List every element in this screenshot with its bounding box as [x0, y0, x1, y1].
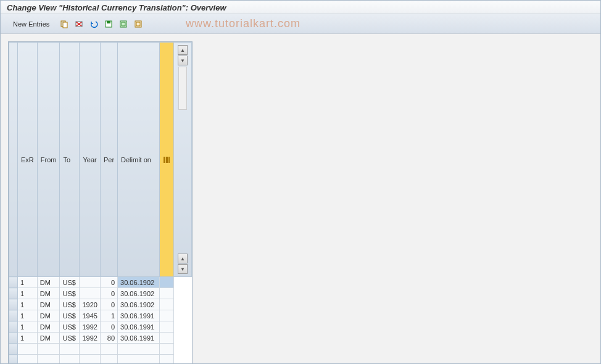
header-to[interactable]: To	[60, 43, 80, 277]
scroll-track[interactable]	[178, 67, 187, 110]
delete-icon[interactable]	[73, 18, 85, 30]
cell-year[interactable]	[80, 277, 100, 288]
row-selector[interactable]	[9, 310, 18, 321]
cell-from[interactable]: DM	[37, 277, 60, 288]
row-selector[interactable]	[9, 321, 18, 333]
svg-rect-10	[136, 22, 140, 26]
select-all-header[interactable]	[9, 43, 18, 277]
table-row[interactable]: 1 DM US$ 1992 80 30.06.1991	[9, 333, 192, 344]
cell-to[interactable]: US$	[60, 299, 80, 310]
table-container: ExR From To Year Per Delimit on ▲ ▼ ▲	[8, 41, 193, 364]
undo-icon[interactable]	[88, 18, 100, 30]
row-selector[interactable]	[9, 277, 18, 288]
cell-from[interactable]: DM	[37, 288, 60, 299]
row-selector[interactable]	[9, 299, 18, 310]
cell-per[interactable]: 1	[100, 310, 117, 321]
cell-exr[interactable]: 1	[18, 299, 38, 310]
content-area: ExR From To Year Per Delimit on ▲ ▼ ▲	[1, 34, 600, 364]
scroll-up-button[interactable]: ▲	[178, 45, 188, 55]
cell-delimit[interactable]: 30.06.1991	[118, 321, 160, 333]
cell-to[interactable]: US$	[60, 310, 80, 321]
cell-per[interactable]	[100, 355, 117, 365]
table-row[interactable]: 1 DM US$ 1992 0 30.06.1991	[9, 321, 192, 333]
cell-spacer	[160, 299, 174, 310]
cell-from[interactable]	[37, 355, 60, 365]
select-all-icon[interactable]	[117, 18, 130, 30]
cell-spacer	[160, 321, 174, 333]
cell-delimit[interactable]	[118, 344, 160, 355]
save-icon[interactable]	[102, 18, 115, 30]
scroll-down-button[interactable]: ▼	[178, 56, 188, 65]
table-row[interactable]: 1 DM US$ 0 30.06.1902	[9, 288, 192, 299]
new-entries-button[interactable]: New Entries	[7, 19, 56, 30]
row-selector[interactable]	[9, 288, 18, 299]
table-row[interactable]: 1 DM US$ 1945 1 30.06.1991	[9, 310, 192, 321]
cell-to[interactable]: US$	[60, 333, 80, 344]
cell-delimit[interactable]: 30.06.1902	[118, 288, 160, 299]
cell-exr[interactable]: 1	[18, 288, 38, 299]
watermark-text: www.tutorialkart.com	[186, 17, 300, 30]
table-row-empty[interactable]	[9, 344, 192, 355]
cell-exr[interactable]: 1	[18, 333, 38, 344]
cell-from[interactable]: DM	[37, 321, 60, 333]
header-delimit[interactable]: Delimit on	[118, 43, 160, 277]
copy-icon[interactable]	[58, 18, 70, 30]
table-header-row: ExR From To Year Per Delimit on ▲ ▼ ▲	[9, 43, 192, 277]
svg-rect-1	[63, 22, 67, 28]
header-per[interactable]: Per	[100, 43, 117, 277]
cell-from[interactable]: DM	[37, 333, 60, 344]
cell-delimit[interactable]: 30.06.1991	[118, 310, 160, 321]
cell-delimit[interactable]: 30.06.1902	[118, 277, 160, 288]
scroll-down-end-button[interactable]: ▼	[178, 264, 188, 274]
svg-rect-8	[122, 22, 125, 26]
cell-year[interactable]	[80, 355, 100, 365]
scroll-up-end-button[interactable]: ▲	[178, 254, 188, 263]
cell-from[interactable]: DM	[37, 310, 60, 321]
cell-delimit[interactable]	[118, 355, 160, 365]
table-row[interactable]: 1 DM US$ 1920 0 30.06.1902	[9, 299, 192, 310]
row-selector[interactable]	[9, 333, 18, 344]
cell-year[interactable]: 1992	[80, 333, 100, 344]
cell-exr[interactable]: 1	[18, 321, 38, 333]
cell-per[interactable]: 0	[100, 277, 117, 288]
cell-spacer	[160, 355, 174, 365]
cell-exr[interactable]	[18, 344, 38, 355]
cell-per[interactable]: 0	[100, 288, 117, 299]
cell-to[interactable]: US$	[60, 277, 80, 288]
cell-delimit[interactable]: 30.06.1902	[118, 299, 160, 310]
cell-to[interactable]	[60, 344, 80, 355]
cell-from[interactable]	[37, 344, 60, 355]
cell-year[interactable]	[80, 288, 100, 299]
cell-per[interactable]	[100, 344, 117, 355]
cell-year[interactable]	[80, 344, 100, 355]
cell-to[interactable]	[60, 355, 80, 365]
vertical-scrollbar[interactable]: ▲ ▼ ▲ ▼	[174, 43, 192, 277]
table-row[interactable]: 1 DM US$ 0 30.06.1902	[9, 277, 192, 288]
header-exr[interactable]: ExR	[18, 43, 38, 277]
cell-per[interactable]: 0	[100, 321, 117, 333]
deselect-all-icon[interactable]	[132, 18, 144, 30]
cell-per[interactable]: 0	[100, 299, 117, 310]
row-selector[interactable]	[9, 355, 18, 365]
table-config-button[interactable]	[160, 43, 174, 277]
svg-rect-6	[107, 21, 110, 23]
cell-per[interactable]: 80	[100, 333, 117, 344]
cell-year[interactable]: 1945	[80, 310, 100, 321]
cell-from[interactable]: DM	[37, 299, 60, 310]
cell-delimit[interactable]: 30.06.1991	[118, 333, 160, 344]
table-row-empty[interactable]	[9, 355, 192, 365]
header-from[interactable]: From	[37, 43, 60, 277]
data-table: ExR From To Year Per Delimit on ▲ ▼ ▲	[9, 42, 192, 364]
toolbar: New Entries www.tutorialkart.com	[1, 14, 600, 34]
cell-year[interactable]: 1920	[80, 299, 100, 310]
header-year[interactable]: Year	[80, 43, 100, 277]
cell-exr[interactable]: 1	[18, 310, 38, 321]
cell-to[interactable]: US$	[60, 321, 80, 333]
cell-exr[interactable]: 1	[18, 277, 38, 288]
cell-spacer	[160, 344, 174, 355]
cell-year[interactable]: 1992	[80, 321, 100, 333]
svg-rect-11	[164, 157, 165, 163]
row-selector[interactable]	[9, 344, 18, 355]
cell-to[interactable]: US$	[60, 288, 80, 299]
cell-exr[interactable]	[18, 355, 38, 365]
